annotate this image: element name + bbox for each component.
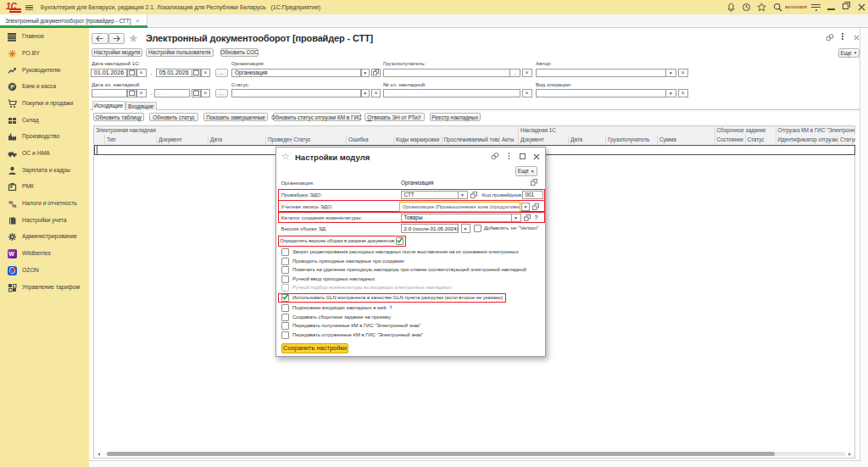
svg-text:%: % xyxy=(12,203,17,208)
svg-text:P: P xyxy=(10,84,14,90)
